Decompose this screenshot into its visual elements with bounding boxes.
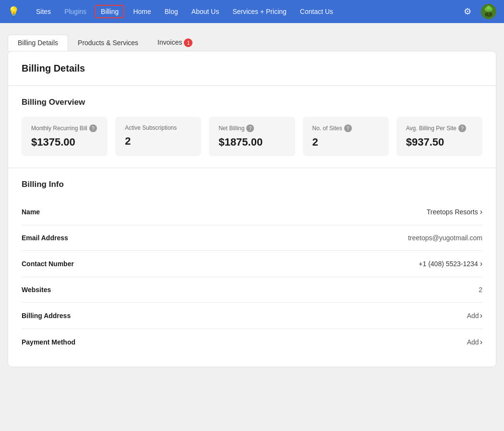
main-content: Billing Details Billing Overview Monthly… [0,51,504,390]
info-row-name: Name Treetops Resorts › [22,199,482,225]
stat-net-billing-value: $1875.00 [218,136,285,148]
nav-about[interactable]: About Us [187,6,224,17]
nav-services[interactable]: Services + Pricing [228,6,291,17]
info-value-billing-address[interactable]: Add › [467,311,482,320]
stat-monthly-bill-value: $1375.00 [31,136,98,148]
nav-icons: ⚙ [460,4,496,19]
stat-avg-billing-value: $937.50 [406,136,473,148]
svg-point-5 [487,6,491,10]
nav-contact[interactable]: Contact Us [295,6,338,17]
info-row-payment-method: Payment Method Add › [22,329,482,355]
info-label-payment-method: Payment Method [22,338,75,346]
stat-avg-billing-label: Avg. Billing Per Site ? [406,124,473,132]
main-nav: 💡 Sites Plugins Billing Home Blog About … [0,0,504,23]
nav-blog[interactable]: Blog [160,6,183,17]
page-title: Billing Details [22,63,482,74]
no-sites-help-icon[interactable]: ? [344,124,352,132]
tab-billing-details[interactable]: Billing Details [8,35,68,51]
monthly-bill-help-icon[interactable]: ? [89,124,97,132]
stat-active-subs-label: Active Subscriptions [125,124,192,131]
info-row-email: Email Address treetops@yugotmail.com [22,225,482,251]
net-billing-help-icon[interactable]: ? [246,124,254,132]
info-row-contact: Contact Number +1 (408) 5523-1234 › [22,251,482,277]
nav-links: Sites Plugins Billing Home Blog About Us… [31,5,460,18]
invoices-badge: 1 [184,38,192,47]
tabs-bar: Billing Details Products & Services Invo… [0,23,504,51]
logo-icon: 💡 [8,6,20,17]
stat-monthly-bill-label: Monthly Recurring Bill ? [31,124,98,132]
stat-avg-billing: Avg. Billing Per Site ? $937.50 [396,117,482,156]
avatar[interactable] [481,4,496,19]
tab-products-services[interactable]: Products & Services [68,35,148,51]
info-label-name: Name [22,208,40,216]
nav-plugins[interactable]: Plugins [60,6,91,17]
billing-info-title: Billing Info [22,180,482,189]
chevron-right-icon-payment: › [480,338,482,346]
avatar-icon [482,5,495,18]
svg-rect-6 [488,13,489,15]
billing-info-section: Billing Info Name Treetops Resorts › Ema… [8,168,496,367]
info-label-billing-address: Billing Address [22,312,71,320]
chevron-right-icon-address: › [480,311,482,320]
info-row-websites: Websites 2 [22,277,482,303]
chevron-right-icon-contact: › [480,259,482,268]
chevron-right-icon: › [480,208,482,216]
billing-details-card: Billing Details Billing Overview Monthly… [8,51,496,367]
info-value-contact[interactable]: +1 (408) 5523-1234 › [419,259,482,268]
info-value-email: treetops@yugotmail.com [408,234,482,242]
settings-button[interactable]: ⚙ [460,4,475,19]
info-value-payment-method[interactable]: Add › [467,338,482,346]
stat-no-sites: No. of Sites ? 2 [303,117,389,156]
stat-active-subs-value: 2 [125,135,192,148]
info-label-email: Email Address [22,234,68,242]
billing-overview-section: Billing Overview Monthly Recurring Bill … [8,86,496,168]
billing-details-header: Billing Details [8,51,496,86]
nav-billing[interactable]: Billing [95,5,124,18]
tab-invoices[interactable]: Invoices1 [148,35,202,51]
stat-active-subs: Active Subscriptions 2 [115,117,201,156]
info-value-name[interactable]: Treetops Resorts › [427,208,482,216]
stat-no-sites-value: 2 [312,136,379,148]
info-label-websites: Websites [22,286,51,294]
stat-monthly-bill: Monthly Recurring Bill ? $1375.00 [22,117,108,156]
info-value-websites: 2 [479,286,482,294]
nav-home[interactable]: Home [128,6,156,17]
stat-net-billing-label: Net Billing ? [218,124,285,132]
nav-sites[interactable]: Sites [31,6,56,17]
billing-overview-title: Billing Overview [22,98,482,107]
stat-no-sites-label: No. of Sites ? [312,124,379,132]
overview-cards: Monthly Recurring Bill ? $1375.00 Active… [22,117,482,156]
stat-net-billing: Net Billing ? $1875.00 [209,117,295,156]
info-row-billing-address: Billing Address Add › [22,303,482,329]
info-label-contact: Contact Number [22,260,74,268]
avg-billing-help-icon[interactable]: ? [458,124,466,132]
